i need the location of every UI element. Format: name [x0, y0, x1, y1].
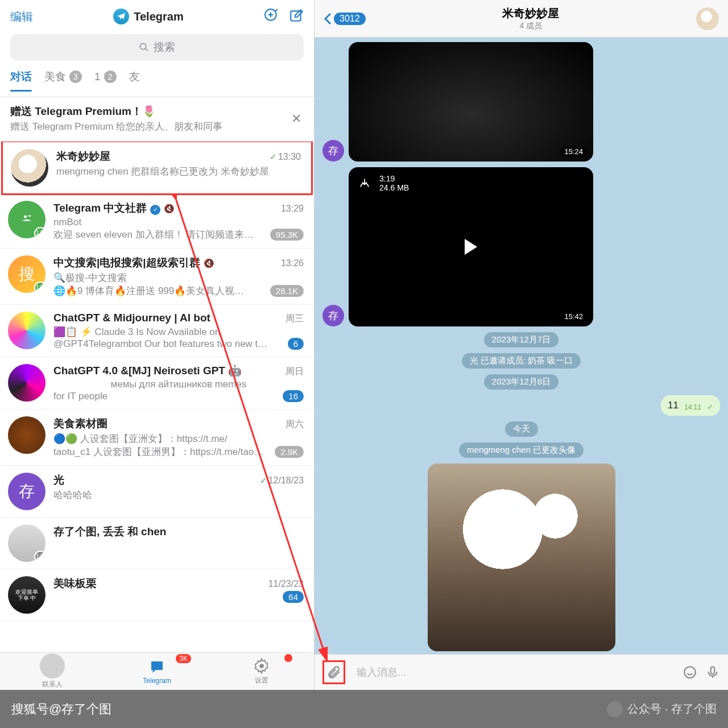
avatar: 欢迎接单下单 中 — [8, 576, 46, 614]
play-icon[interactable] — [465, 239, 477, 255]
svg-rect-5 — [711, 667, 715, 674]
folder-tabs: 对话 美食3 12 友 — [0, 66, 314, 97]
app-title: Telegram — [33, 9, 264, 24]
download-icon[interactable] — [354, 173, 375, 193]
read-check-icon: ✓ — [707, 403, 713, 411]
muted-icon: 🔇 — [204, 258, 214, 268]
watermark: 搜狐号@存了个图 公众号 · 存了个图 — [0, 690, 728, 728]
mic-icon[interactable] — [705, 665, 720, 680]
edit-button[interactable]: 编辑 — [10, 9, 33, 24]
video-message[interactable]: 3:1924.6 MB 15:42 — [349, 167, 593, 326]
back-button[interactable]: 3012 — [324, 13, 366, 25]
tab-1[interactable]: 12 — [94, 71, 117, 90]
chat-preview: mengmeng chen 把群组名称已更改为 米奇妙妙屋 — [56, 165, 301, 178]
chat-list-panel: 编辑 Telegram 搜索 对话 美食3 12 — [0, 0, 315, 690]
chat-title[interactable]: 米奇妙妙屋 4 成员 — [366, 6, 696, 31]
date-separator: 2023年12月8日 — [484, 374, 559, 390]
compose-icon[interactable] — [289, 8, 304, 25]
chat-item-highlighted[interactable]: 米奇妙妙屋✓13:30 mengmeng chen 把群组名称已更改为 米奇妙妙… — [1, 142, 313, 195]
tab-dialogs[interactable]: 对话 — [10, 69, 32, 91]
nav-telegram[interactable]: 3K Telegram — [105, 653, 209, 690]
chat-item[interactable]: 1天 存了个图, 丢丢 和 chen — [0, 518, 314, 569]
nav-badge: 3K — [176, 654, 191, 663]
avatar: 1天 — [8, 524, 46, 562]
banner-title: 赠送 Telegram Premium！🌷 — [10, 104, 289, 119]
avatar — [11, 149, 48, 187]
chat-item[interactable]: ChatGPT 4.0 &[MJ] Neiroseti GPT 🤖周日 мемы… — [0, 357, 314, 410]
avatar: 存 — [8, 473, 46, 510]
chat-panel: 3012 米奇妙妙屋 4 成员 存 15:24 存 3:1924.6 — [315, 0, 728, 690]
add-contact-icon[interactable] — [264, 8, 279, 25]
svg-point-2 — [140, 43, 146, 49]
wechat-icon — [607, 701, 623, 717]
search-icon — [139, 42, 149, 52]
gear-icon — [253, 657, 270, 675]
message-time: 15:24 — [560, 146, 588, 157]
banner-subtitle: 赠送 Telegram Premium 给您的亲人、朋友和同事 — [10, 120, 289, 133]
chat-item[interactable]: ChatGPT & Midjourney | AI bot周三 🟪📋 ⚡️ Cl… — [0, 305, 314, 357]
chat-item[interactable]: 欢迎接单下单 中 美味板栗11/23/23 64 — [0, 569, 314, 621]
chevron-left-icon — [324, 13, 332, 25]
outgoing-message[interactable]: 11 14:11 ✓ — [661, 395, 720, 416]
muted-icon: 🔇 — [164, 204, 175, 214]
contacts-icon — [40, 653, 65, 679]
verified-icon: ✓ — [150, 205, 160, 215]
avatar — [8, 312, 46, 349]
message-input[interactable]: 输入消息... — [352, 661, 676, 684]
system-message: mengmeng chen 已更改头像 — [459, 442, 584, 458]
avatar: 1月 — [8, 201, 46, 238]
video-message[interactable]: 15:24 — [349, 42, 593, 162]
date-separator: 2023年12月7日 — [484, 332, 559, 348]
chat-name: 米奇妙妙屋 — [56, 149, 110, 164]
group-avatar[interactable] — [696, 7, 719, 30]
nav-contacts[interactable]: 联系人 — [0, 653, 105, 690]
search-input[interactable]: 搜索 — [10, 34, 304, 60]
chat-item[interactable]: 存 光✓12/18/23 哈哈哈哈 — [0, 466, 314, 518]
avatar: 搜1天 — [8, 255, 46, 293]
paperclip-icon — [326, 665, 341, 680]
svg-point-3 — [259, 664, 264, 668]
chat-item[interactable]: 搜1天 中文搜索|电报搜索|超级索引群🔇13:26 🔍极搜-中文搜索 🌐🔥9 博… — [0, 249, 314, 305]
chat-item[interactable]: 1月 Telegram 中文社群✓🔇13:29 nmBot 欢迎 seven e… — [0, 194, 314, 249]
close-icon[interactable]: ✕ — [289, 111, 304, 126]
premium-banner[interactable]: 赠送 Telegram Premium！🌷 赠送 Telegram Premiu… — [0, 97, 314, 142]
alert-dot — [284, 654, 292, 662]
sticker-icon[interactable] — [682, 665, 697, 680]
tab-friends[interactable]: 友 — [129, 69, 140, 91]
message-input-bar: 输入消息... — [315, 654, 728, 690]
system-message: 光 已邀请成员: 奶茶 吸一口 — [462, 353, 581, 369]
bottom-nav: 联系人 3K Telegram 设置 — [0, 652, 314, 690]
chat-header: 3012 米奇妙妙屋 4 成员 — [315, 0, 728, 38]
unread-badge: 95.3K — [270, 229, 304, 241]
svg-point-4 — [684, 667, 696, 678]
chat-item[interactable]: 美食素材圈周六 🔵🟢 人设套图【亚洲女】：https://t.me/ taotu… — [0, 410, 314, 466]
sender-avatar[interactable]: 存 — [322, 140, 344, 162]
avatar-photo[interactable] — [428, 464, 615, 651]
attach-button[interactable] — [322, 660, 345, 684]
date-separator: 今天 — [505, 421, 538, 437]
telegram-logo-icon — [113, 9, 129, 24]
message-time: 15:42 — [560, 311, 588, 322]
avatar — [8, 364, 46, 402]
tab-food[interactable]: 美食3 — [44, 69, 82, 91]
avatar — [8, 416, 46, 454]
nav-settings[interactable]: 设置 — [209, 653, 314, 690]
sender-avatar[interactable]: 存 — [322, 305, 344, 326]
chats-icon — [148, 659, 166, 676]
